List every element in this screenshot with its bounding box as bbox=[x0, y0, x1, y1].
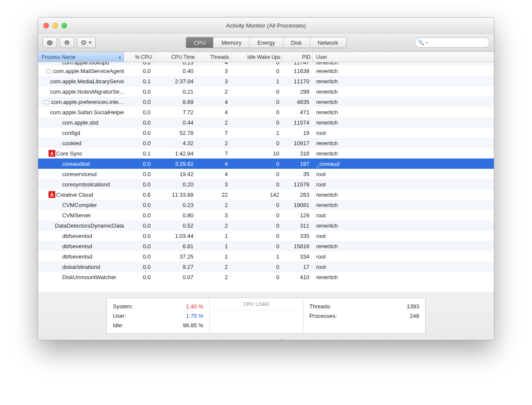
no-icon bbox=[42, 109, 50, 116]
tab-disk[interactable]: Disk bbox=[283, 37, 309, 48]
user: root bbox=[313, 212, 494, 219]
user: root bbox=[313, 253, 494, 260]
pct-cpu: 0.0 bbox=[124, 99, 154, 105]
col-process-name[interactable]: Process Name▲ bbox=[38, 52, 124, 62]
col-pct-cpu[interactable]: % CPU bbox=[124, 52, 154, 62]
user: reneritch bbox=[313, 274, 494, 280]
col-cpu-time[interactable]: CPU Time bbox=[154, 52, 197, 62]
user-value: 1.75 % bbox=[186, 313, 203, 319]
options-menu-button[interactable] bbox=[77, 37, 96, 48]
table-row[interactable]: diskarbitrationd0.09.272017root bbox=[38, 262, 494, 272]
idle-wake-ups: 0 bbox=[231, 68, 283, 74]
close-icon[interactable] bbox=[43, 23, 49, 28]
table-row[interactable]: DataDetectorsDynamicData0.00.5220311rene… bbox=[38, 220, 494, 231]
system-value: 1.40 % bbox=[186, 303, 203, 310]
cpu-time: 1:42.94 bbox=[154, 150, 197, 157]
table-row[interactable]: com.apple.preferences.inte…0.08.69404835… bbox=[38, 97, 494, 107]
table-row[interactable]: dbfseventsd0.06.811015816reneritch bbox=[38, 241, 494, 251]
tab-energy[interactable]: Energy bbox=[249, 37, 283, 48]
pid: 471 bbox=[283, 109, 313, 116]
table-row[interactable]: com.apple.MailServiceAgent0.00.403011638… bbox=[38, 66, 494, 76]
user: reneritch bbox=[313, 202, 494, 208]
table-row[interactable]: CVMCompiler0.00.232019081reneritch bbox=[38, 200, 494, 210]
col-user[interactable]: User bbox=[313, 52, 494, 62]
system-label: System: bbox=[113, 303, 133, 310]
table-row[interactable]: Creative Cloud0.611:33.6822142263renerit… bbox=[38, 189, 494, 200]
window-title: Activity Monitor (All Processes) bbox=[38, 22, 494, 29]
process-table[interactable]: com.apple.lookupd0.00.134011747reneritch… bbox=[38, 62, 494, 292]
table-row[interactable]: com.apple.lookupd0.00.134011747reneritch bbox=[38, 62, 494, 66]
pid: 299 bbox=[283, 88, 313, 95]
table-row[interactable]: coresymbolicationd0.00.203011576root bbox=[38, 179, 494, 189]
table-row[interactable]: com.apple.sbd0.00.442011574reneritch bbox=[38, 117, 494, 128]
threads: 7 bbox=[197, 130, 231, 136]
col-pid[interactable]: PID bbox=[283, 52, 313, 62]
cpu-time: 0.80 bbox=[154, 212, 197, 219]
titlebar: Activity Monitor (All Processes) bbox=[38, 18, 494, 33]
process-name: com.apple.Safari.SocialHelper bbox=[50, 109, 124, 116]
col-threads[interactable]: Threads bbox=[197, 52, 231, 62]
process-name: com.apple.preferences.inte… bbox=[51, 99, 124, 105]
table-row[interactable]: DiskUnmountWatcher0.00.0720410reneritch bbox=[38, 272, 494, 282]
tab-network[interactable]: Network bbox=[310, 37, 346, 48]
no-icon bbox=[54, 263, 62, 270]
inspect-process-button[interactable] bbox=[60, 37, 74, 48]
pct-cpu: 0.0 bbox=[124, 68, 154, 74]
cpu-time: 7.72 bbox=[154, 109, 197, 116]
cpu-time: 0.20 bbox=[154, 181, 197, 188]
threads-value: 1393 bbox=[407, 303, 419, 310]
table-row[interactable]: com.apple.NotesMigratorSe…0.00.2120299re… bbox=[38, 86, 494, 97]
pid: 11574 bbox=[283, 119, 313, 126]
tab-cpu[interactable]: CPU bbox=[186, 37, 213, 48]
process-name: com.apple.sbd bbox=[62, 119, 99, 126]
pct-cpu: 0.0 bbox=[124, 88, 154, 95]
table-row[interactable]: coreservicesd0.019.424035root bbox=[38, 169, 494, 179]
pid: 10917 bbox=[283, 140, 313, 146]
quit-process-button[interactable] bbox=[42, 37, 57, 48]
table-row[interactable]: Core Sync0.11:42.94710316reneritch bbox=[38, 148, 494, 158]
toolbar: CPU Memory Energy Disk Network 🔍 ▾ bbox=[38, 33, 494, 52]
no-icon bbox=[54, 140, 62, 146]
pct-cpu: 0.0 bbox=[124, 109, 154, 116]
svg-line-15 bbox=[82, 44, 83, 45]
table-row[interactable]: dbfseventsd0.01:03.4410335root bbox=[38, 231, 494, 241]
pid: 35 bbox=[283, 171, 313, 177]
idle-wake-ups: 0 bbox=[231, 140, 283, 146]
tab-memory[interactable]: Memory bbox=[213, 37, 249, 48]
pid: 316 bbox=[283, 150, 313, 157]
zoom-icon[interactable] bbox=[61, 23, 67, 28]
col-idle-wake-ups[interactable]: Idle Wake Ups bbox=[231, 52, 283, 62]
idle-wake-ups: 0 bbox=[231, 222, 283, 229]
table-row[interactable]: coreaudiod0.03:29.6240187_coreaud bbox=[38, 158, 494, 169]
search-icon: 🔍 bbox=[418, 40, 424, 46]
cpu-time: 2:37.04 bbox=[154, 78, 197, 85]
table-row[interactable]: com.apple.Safari.SocialHelper0.07.724047… bbox=[38, 107, 494, 117]
minimize-icon[interactable] bbox=[52, 23, 58, 28]
table-row[interactable]: CVMServer0.00.8030129root bbox=[38, 210, 494, 220]
cpu-time: 9.27 bbox=[154, 264, 197, 270]
search-field[interactable]: 🔍 ▾ bbox=[415, 37, 490, 48]
no-icon bbox=[54, 253, 62, 260]
threads: 2 bbox=[197, 222, 231, 229]
pid: 19081 bbox=[283, 202, 313, 208]
user: root bbox=[313, 130, 494, 136]
column-headers: Process Name▲ % CPU CPU Time Threads Idl… bbox=[38, 52, 494, 62]
process-name: coreservicesd bbox=[62, 171, 97, 177]
threads: 3 bbox=[197, 68, 231, 74]
threads: 4 bbox=[197, 99, 231, 105]
search-input[interactable] bbox=[429, 39, 494, 46]
idle-wake-ups: 0 bbox=[231, 119, 283, 126]
pid: 334 bbox=[283, 253, 313, 260]
pid: 311 bbox=[283, 222, 313, 229]
table-row[interactable]: cookied0.04.322010917reneritch bbox=[38, 138, 494, 148]
table-row[interactable]: configd0.052.787119root bbox=[38, 128, 494, 138]
threads: 4 bbox=[197, 109, 231, 116]
pct-cpu: 0.0 bbox=[124, 171, 154, 177]
threads: 4 bbox=[197, 171, 231, 177]
processes-value: 248 bbox=[410, 313, 419, 319]
cpu-load-header: CPU LOAD bbox=[216, 301, 297, 309]
table-row[interactable]: com.apple.MediaLibraryService0.12:37.043… bbox=[38, 76, 494, 86]
table-row[interactable]: dbfseventsd0.037.2511334root bbox=[38, 251, 494, 262]
svg-line-13 bbox=[85, 44, 86, 45]
user: reneritch bbox=[313, 68, 494, 74]
